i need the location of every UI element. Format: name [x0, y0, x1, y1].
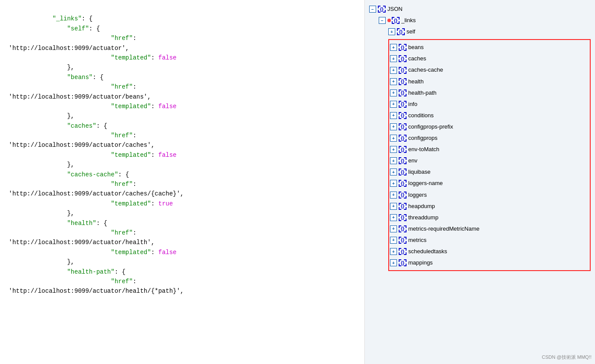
expand-links[interactable]: −: [379, 17, 386, 24]
tree-children-json: − {} _links + {} self + {} beans: [379, 15, 591, 271]
tree-label-metrics-requiredMetricName: metrics-requiredMetricName: [408, 224, 479, 234]
tree-root: − {} JSON − {} _links + {} self: [369, 3, 591, 271]
metrics-requiredMetricName-brace-icon: {}: [399, 225, 407, 232]
expand-conditions[interactable]: +: [390, 112, 397, 119]
tree-item-loggers-name[interactable]: + {} loggers-name: [390, 178, 589, 189]
tree-label-info: info: [408, 99, 417, 109]
tree-item-beans[interactable]: + {} beans: [390, 42, 589, 53]
health-path-brace-icon: {}: [399, 89, 407, 96]
tree-item-links[interactable]: − {} _links: [379, 15, 591, 26]
expand-env[interactable]: +: [390, 157, 397, 164]
expand-self[interactable]: +: [388, 28, 395, 35]
tree-label-json: JSON: [387, 4, 403, 14]
metrics-brace-icon: {}: [399, 237, 407, 244]
tree-item-configprops[interactable]: + {} configprops: [390, 132, 589, 144]
tree-label-loggers: loggers: [408, 190, 427, 200]
tree-item-health[interactable]: + {} health: [390, 76, 589, 87]
tree-item-heapdump[interactable]: + {} heapdump: [390, 201, 589, 212]
tree-item-conditions[interactable]: + {} conditions: [390, 110, 589, 121]
expand-health-path[interactable]: +: [390, 89, 397, 96]
tree-item-env[interactable]: + {} env: [390, 155, 589, 166]
tree-label-caches-cache: caches-cache: [408, 65, 443, 75]
dot-icon: [387, 19, 391, 22]
tree-item-info[interactable]: + {} info: [390, 99, 589, 110]
expand-heapdump[interactable]: +: [390, 203, 397, 210]
json-tree-panel: − {} JSON − {} _links + {} self: [365, 0, 595, 364]
tree-label-scheduledtasks: scheduledtasks: [408, 247, 447, 256]
threaddump-brace-icon: {}: [399, 214, 407, 221]
expand-env-toMatch[interactable]: +: [390, 146, 397, 153]
tree-item-self[interactable]: + {} self: [388, 26, 591, 37]
expand-liquibase[interactable]: +: [390, 169, 397, 175]
tree-label-self: self: [407, 27, 415, 36]
expand-metrics-requiredMetricName[interactable]: +: [390, 225, 397, 232]
tree-label-threaddump: threaddump: [408, 213, 438, 222]
tree-items-list: + {} beans + {} caches + {} caches-cache…: [390, 42, 589, 268]
expand-info[interactable]: +: [390, 101, 397, 108]
json-brace-icon: {}: [378, 6, 386, 13]
tree-label-env: env: [408, 156, 417, 165]
expand-loggers[interactable]: +: [390, 192, 397, 199]
mappings-brace-icon: {}: [399, 259, 407, 266]
tree-label-env-toMatch: env-toMatch: [408, 145, 440, 154]
tree-label-loggers-name: loggers-name: [408, 179, 443, 188]
tree-item-mappings[interactable]: + {} mappings: [390, 257, 589, 268]
tree-item-metrics-requiredMetricName[interactable]: + {} metrics-requiredMetricName: [390, 223, 589, 235]
watermark: CSDN @技術派 MMQ!!: [542, 354, 592, 361]
expand-scheduledtasks[interactable]: +: [390, 248, 397, 255]
tree-label-liquibase: liquibase: [408, 167, 430, 177]
highlight-box: + {} beans + {} caches + {} caches-cache…: [388, 39, 591, 271]
tree-label-beans: beans: [408, 43, 423, 52]
tree-item-caches[interactable]: + {} caches: [390, 53, 589, 64]
tree-label-caches: caches: [408, 54, 426, 63]
expand-json[interactable]: −: [369, 6, 376, 13]
tree-label-configprops: configprops: [408, 133, 437, 143]
loggers-name-brace-icon: {}: [399, 180, 407, 187]
expand-loggers-name[interactable]: +: [390, 180, 397, 187]
tree-item-env-toMatch[interactable]: + {} env-toMatch: [390, 144, 589, 155]
caches-brace-icon: {}: [399, 55, 407, 62]
expand-caches-cache[interactable]: +: [390, 67, 397, 74]
tree-item-loggers[interactable]: + {} loggers: [390, 189, 589, 201]
tree-item-liquibase[interactable]: + {} liquibase: [390, 166, 589, 178]
env-brace-icon: {}: [399, 157, 407, 164]
tree-label-metrics: metrics: [408, 235, 426, 245]
loggers-brace-icon: {}: [399, 192, 407, 199]
expand-configprops-prefix[interactable]: +: [390, 123, 397, 130]
expand-beans[interactable]: +: [390, 44, 397, 51]
tree-label-health-path: health-path: [408, 88, 436, 98]
tree-item-scheduledtasks[interactable]: + {} scheduledtasks: [390, 246, 589, 257]
expand-threaddump[interactable]: +: [390, 214, 397, 221]
tree-label-links: _links: [401, 16, 416, 25]
scheduledtasks-brace-icon: {}: [399, 248, 407, 255]
tree-item-caches-cache[interactable]: + {} caches-cache: [390, 64, 589, 76]
caches-cache-brace-icon: {}: [399, 67, 407, 74]
self-brace-icon: {}: [397, 28, 405, 35]
tree-label-heapdump: heapdump: [408, 202, 435, 211]
conditions-brace-icon: {}: [399, 112, 407, 119]
json-text-panel: "_links": { "self": { "href": 'http://lo…: [0, 0, 365, 364]
tree-label-conditions: conditions: [408, 111, 434, 120]
tree-item-metrics[interactable]: + {} metrics: [390, 235, 589, 246]
expand-configprops[interactable]: +: [390, 135, 397, 142]
links-brace-icon: {}: [392, 17, 400, 24]
expand-metrics[interactable]: +: [390, 237, 397, 244]
tree-item-threaddump[interactable]: + {} threaddump: [390, 212, 589, 223]
tree-label-configprops-prefix: configprops-prefix: [408, 122, 453, 132]
expand-health[interactable]: +: [390, 78, 397, 85]
configprops-prefix-brace-icon: {}: [399, 123, 407, 130]
configprops-brace-icon: {}: [399, 135, 407, 142]
tree-item-health-path[interactable]: + {} health-path: [390, 87, 589, 99]
tree-item-configprops-prefix[interactable]: + {} configprops-prefix: [390, 121, 589, 132]
tree-item-json[interactable]: − {} JSON: [369, 3, 591, 15]
json-line: "_links": { "self": { "href": 'http://lo…: [9, 15, 184, 295]
tree-label-health: health: [408, 77, 423, 86]
beans-brace-icon: {}: [399, 44, 407, 51]
health-brace-icon: {}: [399, 78, 407, 85]
tree-children-links: + {} self + {} beans + {} caches + {} ca…: [388, 26, 591, 271]
expand-caches[interactable]: +: [390, 55, 397, 62]
liquibase-brace-icon: {}: [399, 169, 407, 175]
expand-mappings[interactable]: +: [390, 259, 397, 266]
env-toMatch-brace-icon: {}: [399, 146, 407, 153]
heapdump-brace-icon: {}: [399, 203, 407, 210]
